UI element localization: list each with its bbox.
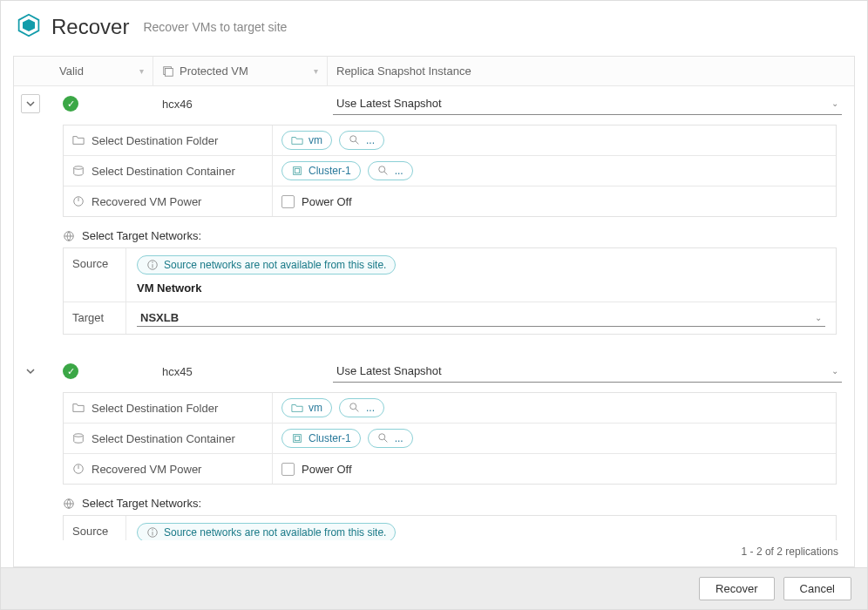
heading-text: Select Target Networks:: [82, 229, 201, 242]
column-protected-vm[interactable]: Protected VM ▾: [153, 57, 328, 85]
source-na-info: Source networks are not available from t…: [137, 523, 396, 540]
column-header-row: Valid ▾ Protected VM ▾ Replica Snapshot …: [14, 57, 854, 86]
heading-text: Select Target Networks:: [82, 497, 201, 510]
column-valid[interactable]: Valid ▾: [51, 57, 153, 85]
svg-line-10: [384, 172, 388, 175]
svg-point-16: [152, 261, 153, 262]
vm-details: Select Destination Folder vm ...: [63, 125, 837, 335]
info-text: Source networks are not available from t…: [164, 259, 386, 271]
dest-container-pill[interactable]: Cluster-1: [281, 429, 361, 448]
vm-row: ✓ hcx45 Use Latest Snapshot ⌄: [14, 354, 854, 389]
folder-icon: [291, 134, 303, 146]
filter-icon[interactable]: ▾: [139, 66, 144, 76]
dialog-header: Recover Recover VMs to target site: [1, 1, 867, 52]
column-label: Valid: [59, 64, 84, 78]
network-icon: [63, 230, 75, 242]
folder-icon: [72, 402, 85, 414]
cancel-button[interactable]: Cancel: [783, 577, 851, 600]
chevron-down-icon: ⌄: [831, 98, 838, 108]
dest-container-pill[interactable]: Cluster-1: [281, 161, 361, 180]
search-container-button[interactable]: ...: [368, 429, 413, 448]
expand-toggle[interactable]: [21, 94, 40, 113]
pagination-status: 1 - 2 of 2 replications: [14, 540, 854, 566]
info-text: Source networks are not available from t…: [164, 526, 386, 539]
power-off-label: Power Off: [302, 195, 352, 208]
source-network-value: VM Network: [137, 281, 825, 295]
svg-point-4: [350, 136, 356, 142]
snapshot-dropdown[interactable]: Use Latest Snapshot ⌄: [333, 92, 842, 115]
power-icon: [72, 195, 85, 207]
target-network-dropdown[interactable]: NSXLB ⌄: [137, 309, 825, 327]
search-container-button[interactable]: ...: [368, 161, 413, 180]
cluster-icon: [291, 165, 303, 177]
expand-toggle[interactable]: [21, 362, 40, 381]
power-off-label: Power Off: [302, 463, 352, 476]
column-snapshot: Replica Snapshot Instance: [328, 57, 854, 85]
search-icon: [349, 134, 361, 146]
snapshot-dropdown[interactable]: Use Latest Snapshot ⌄: [333, 360, 842, 383]
svg-point-6: [74, 166, 84, 170]
svg-point-17: [350, 403, 356, 410]
search-folder-button[interactable]: ...: [339, 398, 384, 417]
svg-point-19: [74, 434, 84, 437]
more-label: ...: [366, 134, 375, 146]
status-ok-icon: ✓: [63, 96, 78, 112]
snapshot-value: Use Latest Snapshot: [336, 364, 442, 377]
dest-folder-pill[interactable]: vm: [281, 131, 332, 150]
target-networks-heading: Select Target Networks:: [63, 229, 837, 242]
more-label: ...: [395, 165, 403, 177]
vm-name: hcx46: [153, 98, 328, 111]
svg-line-5: [356, 141, 359, 145]
svg-rect-8: [295, 168, 299, 173]
svg-marker-1: [23, 19, 35, 31]
dest-folder-pill[interactable]: vm: [281, 398, 332, 417]
dest-container-value: Cluster-1: [309, 165, 351, 177]
folder-icon: [291, 402, 303, 414]
network-icon: [63, 498, 75, 510]
column-label: Replica Snapshot Instance: [336, 64, 471, 78]
recover-dialog: Recover Recover VMs to target site Valid…: [0, 0, 868, 610]
more-label: ...: [366, 402, 375, 414]
search-icon: [377, 165, 390, 177]
target-network-value: NSXLB: [140, 311, 179, 324]
target-networks-heading: Select Target Networks:: [63, 497, 837, 510]
vm-details: Select Destination Folder vm ...: [63, 392, 837, 540]
chevron-down-icon: ⌄: [815, 313, 822, 322]
info-icon: [146, 526, 159, 539]
label-vm-power: Recovered VM Power: [92, 195, 201, 208]
label-dest-container: Select Destination Container: [92, 432, 235, 445]
vm-list-frame: Valid ▾ Protected VM ▾ Replica Snapshot …: [13, 56, 855, 567]
vm-name: hcx45: [153, 365, 328, 378]
scroll-area[interactable]: ✓ hcx46 Use Latest Snapshot ⌄ Select Des…: [14, 86, 854, 540]
recover-button[interactable]: Recover: [699, 577, 774, 600]
source-na-info: Source networks are not available from t…: [137, 255, 396, 274]
label-dest-container: Select Destination Container: [92, 165, 235, 178]
chevron-down-icon: ⌄: [831, 366, 838, 376]
svg-line-23: [384, 439, 388, 443]
snapshot-value: Use Latest Snapshot: [336, 97, 442, 110]
container-icon: [72, 165, 85, 177]
net-source-label: Source: [64, 248, 126, 302]
power-off-checkbox[interactable]: [281, 463, 295, 476]
label-dest-folder: Select Destination Folder: [92, 402, 218, 415]
net-target-label: Target: [64, 302, 126, 334]
label-vm-power: Recovered VM Power: [92, 463, 201, 476]
dest-folder-value: vm: [309, 402, 322, 414]
more-label: ...: [395, 432, 403, 444]
dialog-footer: Recover Cancel: [1, 567, 867, 609]
dialog-subtitle: Recover VMs to target site: [143, 20, 287, 34]
svg-line-18: [356, 409, 359, 412]
svg-point-22: [378, 434, 384, 440]
svg-rect-21: [295, 436, 299, 440]
vm-stack-icon: [162, 65, 174, 78]
cluster-icon: [291, 432, 303, 444]
net-source-label: Source: [64, 516, 126, 540]
filter-icon[interactable]: ▾: [314, 66, 318, 76]
search-icon: [377, 432, 390, 444]
recover-icon: [17, 13, 41, 40]
power-off-checkbox[interactable]: [281, 195, 295, 208]
column-label: Protected VM: [180, 64, 248, 78]
dest-folder-value: vm: [309, 134, 322, 146]
search-folder-button[interactable]: ...: [339, 131, 384, 150]
info-icon: [146, 259, 159, 271]
